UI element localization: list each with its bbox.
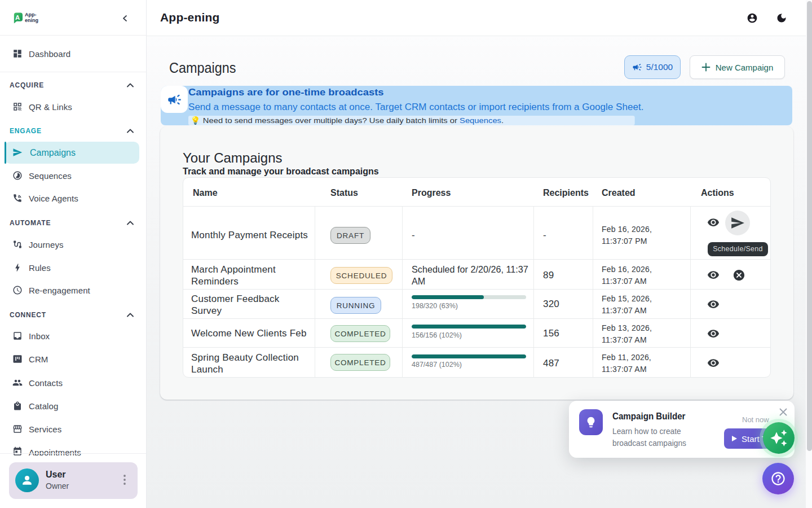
- svg-text:A: A: [15, 14, 20, 21]
